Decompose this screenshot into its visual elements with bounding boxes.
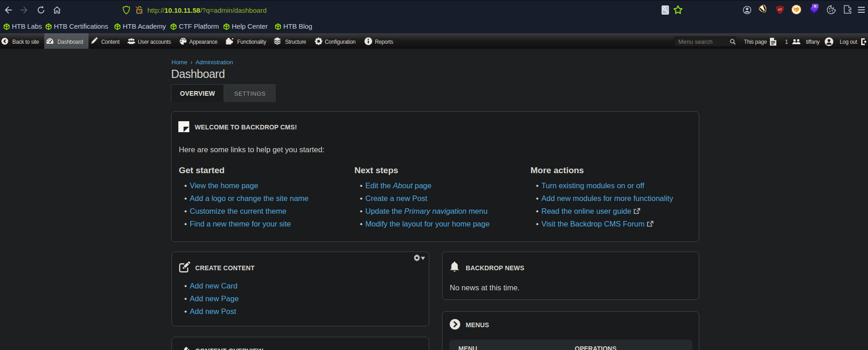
svg-text:6: 6 [814,4,816,8]
svg-text:uO: uO [778,8,782,11]
